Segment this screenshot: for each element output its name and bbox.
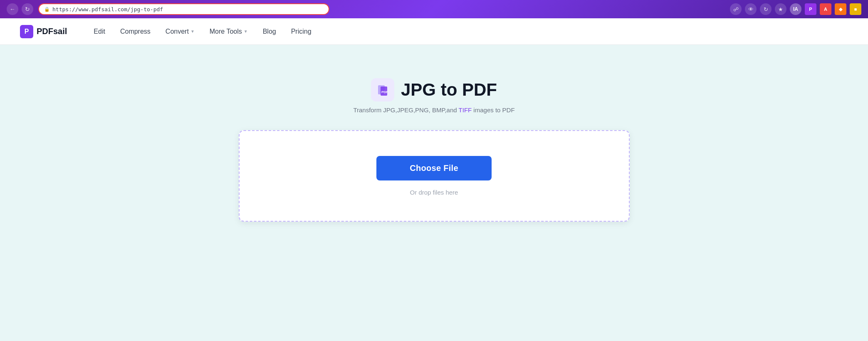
address-bar[interactable]: 🔒 https://www.pdfsail.com/jpg-to-pdf — [38, 3, 329, 15]
bookmark-button[interactable]: ★ — [775, 3, 786, 15]
site-navigation: P PDFsail Edit Compress Convert ▼ More T… — [0, 18, 868, 45]
translate-button[interactable]: ☍ — [730, 3, 742, 15]
page-title-area: PDF JPG to PDF — [371, 78, 497, 101]
nav-more-tools-label: More Tools — [210, 28, 242, 35]
logo-letter: P — [25, 28, 29, 35]
nav-convert-label: Convert — [166, 28, 189, 35]
page-subtitle: Transform JPG,JPEG,PNG, BMP,and TIFF ima… — [353, 106, 514, 114]
logo-icon: P — [20, 25, 33, 38]
logo-text: PDFsail — [37, 27, 67, 36]
more-tools-chevron-icon: ▼ — [244, 29, 248, 34]
nav-item-compress[interactable]: Compress — [114, 25, 157, 39]
nav-item-pricing[interactable]: Pricing — [284, 25, 318, 39]
nav-item-edit[interactable]: Edit — [87, 25, 112, 39]
extension-icon-4[interactable]: ■ — [850, 3, 861, 15]
extension-icon-2[interactable]: A — [820, 3, 831, 15]
upload-container[interactable]: Choose File Or drop files here — [239, 130, 630, 222]
subtitle-highlight: TIFF — [459, 106, 472, 114]
nav-items: Edit Compress Convert ▼ More Tools ▼ Blo… — [87, 25, 318, 39]
subtitle-before: Transform JPG,JPEG,PNG, BMP,and — [353, 106, 458, 114]
drop-files-text: Or drop files here — [410, 189, 458, 196]
page-title: JPG to PDF — [401, 80, 497, 100]
nav-compress-label: Compress — [120, 28, 151, 35]
page-header: PDF JPG to PDF Transform JPG,JPEG,PNG, B… — [353, 78, 514, 114]
url-text: https://www.pdfsail.com/jpg-to-pdf — [52, 6, 163, 12]
nav-pricing-label: Pricing — [291, 28, 312, 35]
browser-actions: ☍ 👁 ↻ ★ IA P A ◆ ■ — [730, 3, 861, 15]
refresh-button[interactable]: ↻ — [760, 3, 772, 15]
extension-icon-3[interactable]: ◆ — [835, 3, 846, 15]
logo-area[interactable]: P PDFsail — [20, 25, 67, 38]
nav-item-more-tools[interactable]: More Tools ▼ — [203, 25, 255, 39]
lock-icon: 🔒 — [44, 7, 50, 12]
convert-chevron-icon: ▼ — [190, 29, 195, 34]
reload-button[interactable]: ↻ — [22, 3, 33, 15]
page-icon: PDF — [371, 78, 394, 101]
address-bar-wrapper: 🔒 https://www.pdfsail.com/jpg-to-pdf — [38, 3, 329, 15]
nav-edit-label: Edit — [94, 28, 105, 35]
user-avatar[interactable]: IA — [790, 3, 801, 15]
back-button[interactable]: ← — [7, 3, 18, 15]
main-content: PDF JPG to PDF Transform JPG,JPEG,PNG, B… — [0, 45, 868, 341]
choose-file-button[interactable]: Choose File — [376, 156, 492, 180]
browser-nav-buttons: ← ↻ — [7, 3, 33, 15]
svg-text:PDF: PDF — [381, 90, 388, 94]
extension-icon-1[interactable]: P — [805, 3, 816, 15]
subtitle-after: images to PDF — [472, 106, 514, 114]
nav-item-blog[interactable]: Blog — [256, 25, 283, 39]
view-button[interactable]: 👁 — [745, 3, 757, 15]
nav-item-convert[interactable]: Convert ▼ — [159, 25, 201, 39]
browser-chrome: ← ↻ 🔒 https://www.pdfsail.com/jpg-to-pdf… — [0, 0, 868, 18]
nav-blog-label: Blog — [263, 28, 276, 35]
